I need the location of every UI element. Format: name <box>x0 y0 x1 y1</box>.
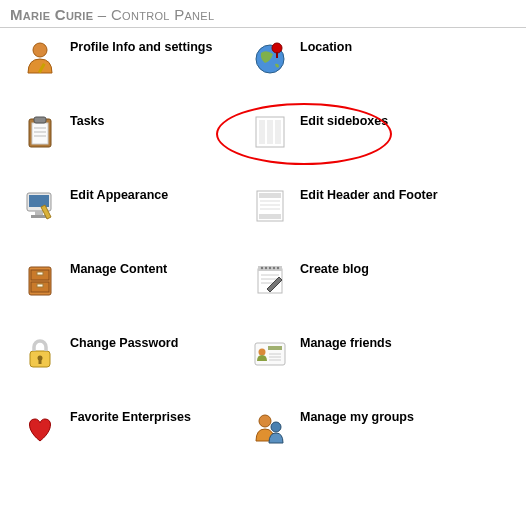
item-label: Tasks <box>70 112 105 128</box>
item-edit-appearance[interactable]: Edit Appearance <box>20 186 250 226</box>
item-manage-friends[interactable]: Manage friends <box>250 334 480 374</box>
groups-icon <box>250 408 290 448</box>
clipboard-icon <box>20 112 60 152</box>
header-footer-icon <box>250 186 290 226</box>
svg-point-3 <box>272 43 282 53</box>
svg-rect-29 <box>37 284 43 287</box>
svg-rect-7 <box>34 117 46 123</box>
item-label: Manage Content <box>70 260 167 276</box>
friends-card-icon <box>250 334 290 374</box>
item-profile-info[interactable]: Profile Info and settings <box>20 38 250 78</box>
svg-point-50 <box>271 422 281 432</box>
svg-point-34 <box>269 267 271 269</box>
control-panel-grid: Profile Info and settings Location <box>0 28 526 478</box>
item-location[interactable]: Location <box>250 38 480 78</box>
svg-rect-18 <box>31 215 47 218</box>
svg-point-45 <box>259 349 266 356</box>
svg-rect-4 <box>276 52 278 58</box>
svg-point-49 <box>259 415 271 427</box>
svg-rect-6 <box>32 123 48 144</box>
svg-rect-42 <box>39 359 42 364</box>
item-label: Edit sideboxes <box>300 112 388 128</box>
item-edit-sideboxes[interactable]: Edit sideboxes <box>250 112 480 152</box>
item-label: Create blog <box>300 260 369 276</box>
profile-icon <box>20 38 60 78</box>
svg-point-35 <box>273 267 275 269</box>
svg-rect-20 <box>259 193 281 198</box>
item-label: Favorite Enterprises <box>70 408 191 424</box>
item-label: Profile Info and settings <box>70 38 212 54</box>
svg-rect-28 <box>37 272 43 275</box>
item-manage-my-groups[interactable]: Manage my groups <box>250 408 480 448</box>
svg-point-32 <box>261 267 263 269</box>
globe-icon <box>250 38 290 78</box>
item-label: Manage my groups <box>300 408 414 424</box>
svg-point-36 <box>277 267 279 269</box>
item-manage-content[interactable]: Manage Content <box>20 260 250 300</box>
item-label: Manage friends <box>300 334 392 350</box>
item-label: Change Password <box>70 334 178 350</box>
svg-rect-21 <box>259 214 281 219</box>
item-label: Edit Header and Footer <box>300 186 438 202</box>
svg-rect-16 <box>29 195 49 207</box>
notepad-icon <box>250 260 290 300</box>
item-label: Location <box>300 38 352 54</box>
svg-rect-44 <box>268 346 282 350</box>
item-change-password[interactable]: Change Password <box>20 334 250 374</box>
item-tasks[interactable]: Tasks <box>20 112 250 152</box>
appearance-icon <box>20 186 60 226</box>
item-label: Edit Appearance <box>70 186 168 202</box>
svg-point-0 <box>33 43 47 57</box>
sidebox-icon <box>250 112 290 152</box>
svg-rect-13 <box>267 120 273 144</box>
drawer-icon <box>20 260 60 300</box>
item-create-blog[interactable]: Create blog <box>250 260 480 300</box>
svg-rect-17 <box>35 211 43 215</box>
item-favorite-enterprises[interactable]: Favorite Enterprises <box>20 408 250 448</box>
item-edit-header-footer[interactable]: Edit Header and Footer <box>250 186 480 226</box>
page-title: Marie Curie – Control Panel <box>0 0 526 28</box>
lock-icon <box>20 334 60 374</box>
svg-rect-14 <box>275 120 281 144</box>
heart-icon <box>20 408 60 448</box>
svg-point-33 <box>265 267 267 269</box>
svg-rect-12 <box>259 120 265 144</box>
